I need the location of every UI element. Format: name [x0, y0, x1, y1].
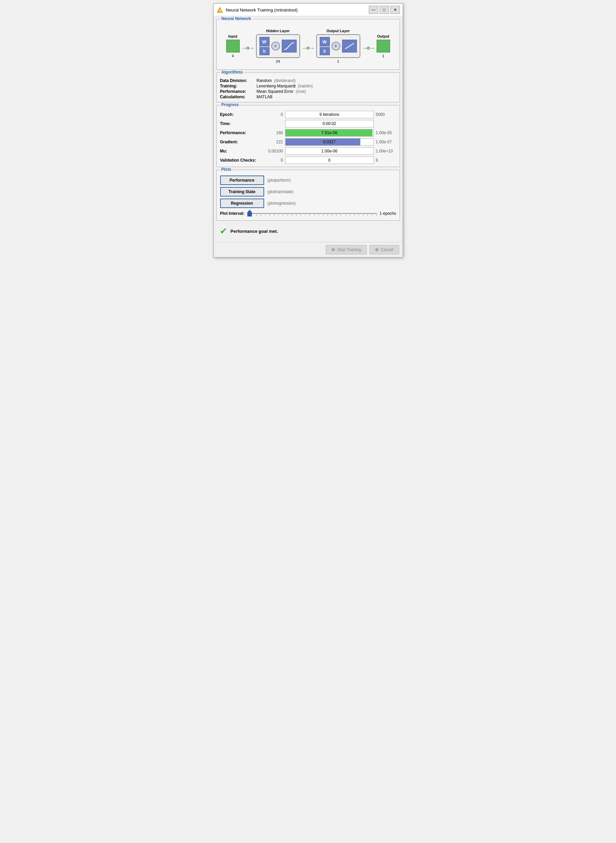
- maximize-button[interactable]: □: [380, 6, 389, 14]
- prog-label-4: Mu:: [220, 149, 261, 153]
- nn-output-layer-node: Output Layer W b + 1: [316, 29, 360, 63]
- tick: [314, 214, 315, 216]
- nn-output-layer-box: W b +: [316, 34, 360, 58]
- nn-hidden-wb: W b: [260, 37, 270, 55]
- nn-hidden-label: Hidden Layer: [266, 29, 290, 33]
- plot-func-2: (plotregression): [267, 201, 296, 206]
- prog-bar-bg-5: 0: [285, 157, 374, 164]
- plots-section: Plots Performance(plotperform)Training S…: [216, 170, 400, 220]
- stop-icon: [331, 248, 335, 251]
- nn-hidden-layer-node: Hidden Layer W b + 24: [256, 29, 300, 63]
- minimize-button[interactable]: —: [369, 6, 378, 14]
- stop-label: Stop Training: [337, 247, 361, 252]
- arrow-2: → →: [301, 45, 315, 52]
- nn-hidden-box: W b +: [256, 34, 300, 58]
- tick: [287, 214, 288, 216]
- nn-diagram: Input 4 → → Hidden Layer W b: [220, 22, 396, 67]
- stop-training-button[interactable]: Stop Training: [326, 245, 367, 254]
- tick: [252, 214, 252, 216]
- prog-bar-0: 9 iterations: [285, 111, 374, 118]
- nn-output-box: [377, 40, 390, 53]
- tick: [323, 214, 323, 216]
- plot-button-0[interactable]: Performance: [220, 176, 264, 185]
- prog-bar-text-4: 1.00e-06: [321, 149, 337, 153]
- prog-bar-bg-1: 0:00:02: [285, 120, 374, 128]
- prog-bar-text-3: 0.0327: [323, 140, 336, 144]
- svg-line-2: [345, 43, 353, 49]
- plot-row-0: Performance(plotperform): [220, 176, 396, 185]
- nn-output-node: Output 1: [377, 34, 390, 58]
- tick: [345, 214, 346, 216]
- neural-network-section: Neural Network Input 4 → → Hidden Layer: [216, 19, 400, 70]
- prog-max-4: 1.00e+10: [376, 149, 396, 153]
- nn-output-plus: +: [331, 42, 340, 50]
- nn-hidden-b: b: [260, 47, 270, 55]
- progress-section: Progress Epoch:09 iterations5000Time:0:0…: [216, 105, 400, 167]
- status-text: Performance goal met.: [230, 229, 278, 234]
- algo-value-1: Levenberg-Marquardt (trainlm): [257, 84, 396, 88]
- prog-max-0: 5000: [376, 112, 396, 117]
- nn-input-box: [226, 40, 240, 53]
- algorithms-section: Algorithms Data Division: Random (divide…: [216, 72, 400, 102]
- cancel-label: Cancel: [381, 247, 393, 252]
- cancel-button[interactable]: Cancel: [370, 245, 399, 254]
- prog-bar-text-0: 9 iterations: [319, 112, 339, 117]
- bottom-bar: Stop Training Cancel: [214, 242, 403, 257]
- slider-ticks: [247, 214, 377, 216]
- status-check-icon: ✔: [220, 226, 227, 236]
- nn-hidden-activation: [282, 40, 297, 53]
- nn-hidden-plus: +: [271, 42, 280, 50]
- prog-bar-5: 0: [285, 157, 374, 164]
- tick: [296, 214, 297, 216]
- prog-bar-text-2: 7.91e-06: [321, 131, 337, 135]
- nn-output-wb: W b: [320, 37, 330, 55]
- algorithms-title: Algorithms: [220, 70, 244, 75]
- plot-button-1[interactable]: Training State: [220, 187, 264, 197]
- tick: [283, 214, 283, 216]
- prog-bar-bg-4: 1.00e-06: [285, 147, 374, 155]
- tick: [247, 214, 248, 216]
- algorithms-table: Data Division: Random (dividerand) Train…: [220, 76, 396, 99]
- algo-label-0: Data Division:: [220, 78, 254, 83]
- plot-func-1: (plottrainstate): [267, 189, 293, 194]
- window-content: Neural Network Input 4 → → Hidden Layer: [214, 16, 403, 242]
- plot-row-1: Training State(plottrainstate): [220, 187, 396, 197]
- algo-value-3: MATLAB: [257, 94, 396, 99]
- prog-bar-3: 0.0327: [285, 138, 374, 146]
- tick: [350, 214, 350, 216]
- nn-output-layer-label: Output Layer: [326, 29, 349, 33]
- prog-label-2: Performance:: [220, 131, 261, 135]
- tick: [359, 214, 359, 216]
- algo-label-3: Calculations:: [220, 94, 254, 99]
- nn-output-label: Output: [377, 34, 389, 38]
- close-button[interactable]: ✕: [390, 6, 400, 14]
- algo-value-2: Mean Squared Error (mse): [257, 89, 396, 94]
- prog-bar-bg-2: 7.91e-06: [285, 129, 374, 137]
- prog-max-3: 1.00e-07: [376, 140, 396, 144]
- prog-bar-text-1: 0:00:02: [323, 121, 336, 126]
- tick: [301, 214, 301, 216]
- tick: [327, 214, 328, 216]
- nn-output-activation: [342, 40, 357, 53]
- plot-button-2[interactable]: Regression: [220, 198, 264, 208]
- nn-input-label: Input: [228, 34, 238, 38]
- neural-network-title: Neural Network: [220, 16, 253, 21]
- prog-max-5: 6: [376, 158, 396, 163]
- plot-row-2: Regression(plotregression): [220, 198, 396, 208]
- slider-container[interactable]: [247, 209, 377, 217]
- app-icon: ∧: [216, 6, 223, 13]
- nn-input-node: Input 4: [226, 34, 240, 58]
- prog-min-4: 0.00100: [263, 149, 283, 153]
- prog-bar-1: 0:00:02: [285, 120, 374, 128]
- status-bar: ✔ Performance goal met.: [216, 223, 400, 239]
- prog-label-3: Gradient:: [220, 140, 261, 144]
- nn-output-size: 1: [382, 54, 384, 58]
- progress-title: Progress: [220, 102, 241, 107]
- cancel-icon: [375, 248, 378, 251]
- prog-min-3: 222: [263, 140, 283, 144]
- prog-max-2: 1.00e-05: [376, 131, 396, 135]
- prog-min-5: 0: [263, 158, 283, 163]
- tick: [367, 214, 368, 216]
- algo-func-1: (trainlm): [298, 84, 313, 88]
- prog-bar-bg-0: 9 iterations: [285, 111, 374, 118]
